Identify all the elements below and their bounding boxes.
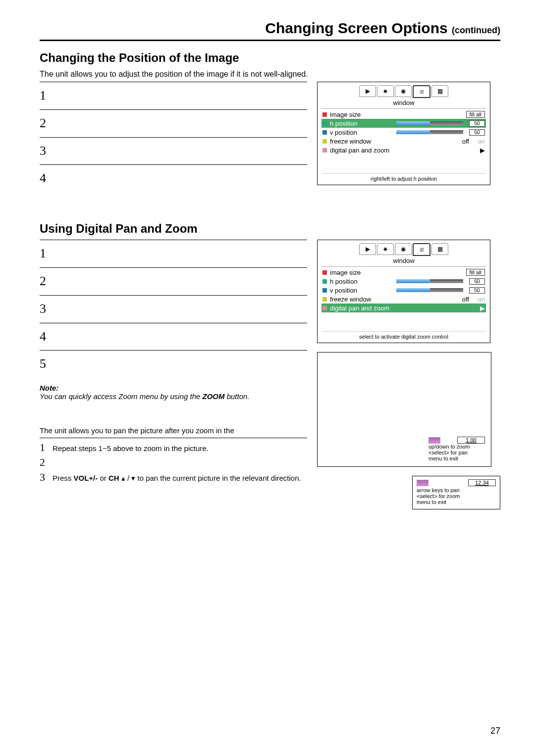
osd-digital-pan-zoom[interactable]: digital pan and zoom ▶ <box>321 303 486 312</box>
play-icon: ▶ <box>366 88 370 95</box>
step-text: Repeat steps 1~5 above to zoom in the pi… <box>53 444 209 453</box>
note: Note: You can quickly access Zoom menu b… <box>40 384 307 401</box>
zoom-thumb-icon <box>428 437 440 444</box>
bullet-icon <box>322 306 327 310</box>
step-text: Press VOL+/- or CH ▴ / ▾ to pan the curr… <box>53 474 301 483</box>
osd-label: v position <box>330 129 393 136</box>
osd-value[interactable]: fill all <box>466 269 485 276</box>
zoom-preview: 1.00 up/down to zoom <select> for pan me… <box>317 352 491 467</box>
osd-tab[interactable]: ▦ <box>431 85 448 97</box>
note-label: Note: <box>40 384 58 392</box>
osd-value: 50 <box>469 278 485 285</box>
pan-step: 2 <box>40 456 307 469</box>
osd-label: digital pan and zoom <box>330 304 393 312</box>
step-number: 3 <box>40 298 46 321</box>
osd-toggle[interactable]: off on <box>462 296 485 303</box>
step-number: 1 <box>40 242 46 265</box>
pan-value: 12.34 <box>468 479 496 486</box>
play-icon: ▶ <box>366 246 370 252</box>
osd-v-position[interactable]: v position 50 <box>322 128 485 137</box>
osd-h-position[interactable]: h position 50 <box>322 277 485 286</box>
section1-intro: The unit allows you to adjust the positi… <box>40 70 500 79</box>
section2-steps: 1 2 3 4 5 <box>40 240 307 378</box>
chevron-right-icon: ▶ <box>480 147 485 154</box>
pan-step: 1 Repeat steps 1~5 above to zoom in the … <box>40 441 307 454</box>
osd-value[interactable]: fill all <box>466 111 485 118</box>
osd-label: image size <box>330 111 393 118</box>
osd-label: h position <box>330 120 393 127</box>
osd-digital-pan-zoom[interactable]: digital pan and zoom ▶ <box>322 146 485 154</box>
note-text: You can quickly access Zoom menu by usin… <box>40 392 203 401</box>
zoom-hint-line: <select> for pan <box>428 450 485 455</box>
page-header: Changing Screen Options (continued) <box>40 20 500 41</box>
osd-slider[interactable] <box>396 288 463 292</box>
osd-value: 50 <box>469 129 485 136</box>
section2-title: Using Digital Pan and Zoom <box>40 222 500 236</box>
pan-hint-line: <select> for zoom <box>417 493 496 499</box>
osd-freeze[interactable]: freeze window off on <box>322 295 485 303</box>
bullet-icon <box>322 148 327 152</box>
osd-toggle[interactable]: off on <box>462 138 485 145</box>
bullet-icon <box>322 130 327 135</box>
toggle-on: on <box>478 138 485 145</box>
step-number: 1 <box>40 441 47 454</box>
osd-slider[interactable] <box>396 121 463 125</box>
osd-tab[interactable]: ▦ <box>431 243 448 255</box>
color-icon: ♣ <box>383 246 387 252</box>
target-icon: ◉ <box>401 246 406 252</box>
osd-hint: right/left to adjust h position <box>321 173 486 185</box>
zoom-hint-line: menu to exit <box>428 455 485 461</box>
osd-tab[interactable]: ♣ <box>377 243 394 255</box>
zoom-hint-line: up/down to zoom <box>428 444 485 450</box>
osd-tabs: ▶ ♣ ◉ ⎚ ▦ <box>318 82 490 98</box>
osd-label: freeze window <box>330 138 393 145</box>
step-number: 5 <box>40 353 46 376</box>
step-number: 4 <box>40 325 46 349</box>
step-number: 3 <box>40 471 47 484</box>
toggle-on: on <box>478 296 485 303</box>
osd-label: v position <box>330 287 393 294</box>
target-icon: ◉ <box>401 88 406 95</box>
osd-image-size[interactable]: image size fill all <box>322 110 485 119</box>
osd-tab-window[interactable]: ⎚ <box>413 243 430 256</box>
osd-label: digital pan and zoom <box>330 147 393 154</box>
osd-tab[interactable]: ▶ <box>359 85 376 97</box>
bullet-icon <box>322 279 327 284</box>
osd-tab[interactable]: ▶ <box>359 243 376 255</box>
pan-thumb-icon <box>417 480 428 486</box>
grid-icon: ▦ <box>437 88 443 95</box>
osd-tab-window[interactable]: ⎚ <box>413 85 430 98</box>
osd-image-size[interactable]: image size fill all <box>322 268 485 277</box>
osd-v-position[interactable]: v position 50 <box>322 286 485 295</box>
bullet-icon <box>322 139 327 144</box>
osd-menu-1: ▶ ♣ ◉ ⎚ ▦ window image size fill all h <box>317 82 490 185</box>
window-icon: ⎚ <box>420 88 424 95</box>
osd-label: freeze window <box>330 296 393 303</box>
osd-tab-title: window <box>321 98 486 109</box>
osd-tab[interactable]: ◉ <box>395 243 412 255</box>
pan-intro: The unit allows you to pan the picture a… <box>40 426 307 435</box>
osd-value: 50 <box>469 287 485 294</box>
page-number: 27 <box>490 726 500 736</box>
header-suffix: (continued) <box>452 25 500 35</box>
zoom-hint: 1.00 up/down to zoom <select> for pan me… <box>428 437 485 462</box>
osd-menu-2: ▶ ♣ ◉ ⎚ ▦ window image size fill all h <box>317 240 490 343</box>
section1-title: Changing the Position of the Image <box>40 51 500 65</box>
osd-tab[interactable]: ♣ <box>377 85 394 97</box>
bullet-icon <box>322 297 327 302</box>
step-number: 2 <box>40 456 47 469</box>
pan-hint-line: menu to exit <box>417 499 496 505</box>
bullet-icon <box>322 270 327 275</box>
grid-icon: ▦ <box>437 246 443 252</box>
osd-freeze[interactable]: freeze window off on <box>322 137 485 146</box>
window-icon: ⎚ <box>420 246 424 253</box>
osd-label: h position <box>330 278 393 285</box>
toggle-off: off <box>462 296 469 303</box>
note-tail: button. <box>227 392 250 401</box>
step-number: 3 <box>40 140 46 163</box>
osd-tab[interactable]: ◉ <box>395 85 412 97</box>
osd-slider[interactable] <box>396 130 463 134</box>
osd-tab-title: window <box>321 256 486 267</box>
osd-h-position[interactable]: h position 50 <box>321 119 486 128</box>
osd-slider[interactable] <box>396 279 463 283</box>
